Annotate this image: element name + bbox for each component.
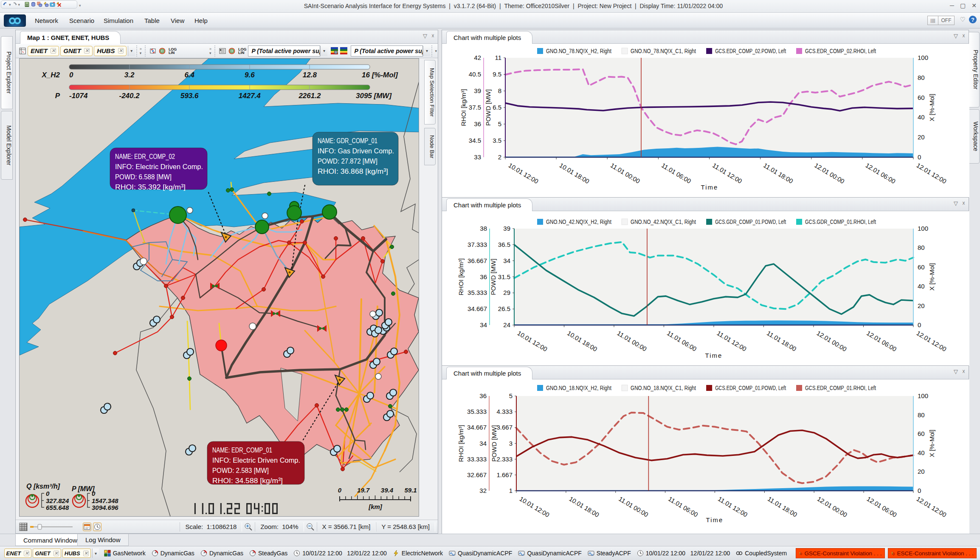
svg-text:10.01 12:00: 10.01 12:00 [516,329,549,353]
svg-text:GCS.EDR_COMP_01.RHOI, Left: GCS.EDR_COMP_01.RHOI, Left [805,384,876,391]
svg-text:35.333: 35.333 [467,289,487,296]
svg-text:2261.2: 2261.2 [298,92,321,100]
svg-text:[km]: [km] [368,503,383,510]
svg-text:26.5: 26.5 [498,305,510,312]
svg-text:3.5: 3.5 [493,137,501,144]
svg-text:1.667: 1.667 [496,471,513,478]
svg-text:34.667: 34.667 [467,424,487,431]
svg-text:NAME: EDR_COMP_01: NAME: EDR_COMP_01 [212,446,272,454]
svg-text:X [%-Mol]: X [%-Mol] [928,263,935,291]
svg-text:59.1: 59.1 [404,486,417,494]
svg-text:3.2: 3.2 [124,71,135,79]
svg-text:11.01 06:00: 11.01 06:00 [666,329,698,353]
svg-text:6.5: 6.5 [493,104,501,111]
svg-text:1427.4: 1427.4 [239,92,261,100]
svg-text:40: 40 [918,113,925,121]
svg-text:INFO: Electric Driven Comp.: INFO: Electric Driven Comp. [115,163,203,171]
svg-text:36: 36 [480,273,487,280]
svg-text:RHOI: 34.588 [kg/m³]: RHOI: 34.588 [kg/m³] [212,477,283,485]
svg-text:16 [%-Mol]: 16 [%-Mol] [362,71,398,79]
svg-text:X [%-Mol]: X [%-Mol] [928,430,935,457]
svg-text:11.01 00:00: 11.01 00:00 [609,161,642,185]
svg-text:INFO: Gas Driven Comp.: INFO: Gas Driven Comp. [318,147,394,155]
svg-text:593.6: 593.6 [180,92,199,100]
svg-text:11.01 18:00: 11.01 18:00 [766,495,799,518]
svg-text:GNO.NO_18.NQ!X_H2, Right: GNO.NO_18.NQ!X_H2, Right [546,384,612,391]
svg-text:9.5: 9.5 [493,71,501,78]
svg-text:3095 [MW]: 3095 [MW] [356,92,392,100]
svg-text:40.5: 40.5 [469,71,481,78]
svg-text:39: 39 [503,225,510,232]
svg-text:NAME: GDR_COMP_01: NAME: GDR_COMP_01 [318,137,377,145]
svg-text:POWD: 2.583 [MW]: POWD: 2.583 [MW] [212,467,269,475]
svg-text:37.5: 37.5 [469,104,481,111]
svg-text:33: 33 [474,153,481,161]
svg-text:39.4: 39.4 [381,486,394,494]
svg-text:Time: Time [706,516,724,523]
svg-text:POWD [MW]: POWD [MW] [490,259,497,295]
svg-text:1547.348: 1547.348 [92,497,118,504]
svg-text:80: 80 [918,411,925,419]
svg-text:INFO: Electric Driven Comp.: INFO: Electric Driven Comp. [212,456,300,464]
svg-text:P: P [55,92,60,100]
svg-text:RHOI [kg/m³]: RHOI [kg/m³] [457,425,465,462]
svg-text:36.667: 36.667 [467,257,487,264]
svg-text:32.667: 32.667 [467,471,487,478]
svg-text:11.01 00:00: 11.01 00:00 [617,495,650,518]
svg-text:34: 34 [480,321,487,328]
svg-text:60: 60 [918,430,925,437]
svg-text:POWD [MW]: POWD [MW] [490,425,498,462]
svg-text:10.01 12:00: 10.01 12:00 [518,495,551,518]
svg-text:12.01 06:00: 12.01 06:00 [866,495,898,518]
svg-text:33.333: 33.333 [467,455,487,463]
svg-text:40: 40 [918,283,925,290]
svg-text:19.7: 19.7 [357,486,370,494]
svg-text:11.01 18:00: 11.01 18:00 [766,329,798,353]
svg-text:20: 20 [918,468,925,475]
svg-text:42: 42 [474,54,481,61]
svg-text:32: 32 [479,487,487,494]
svg-text:60: 60 [918,263,925,271]
svg-text:GCS.EDR_COMP_01.POWD, Left: GCS.EDR_COMP_01.POWD, Left [715,384,786,391]
svg-text:NAME: EDR_COMP_02: NAME: EDR_COMP_02 [115,153,175,161]
svg-text:11.01 12:00: 11.01 12:00 [715,329,748,353]
svg-text:RHOI: 35.392 [kg/m³]: RHOI: 35.392 [kg/m³] [115,183,186,191]
svg-text:655.648: 655.648 [46,504,69,511]
svg-text:GCS.EDR_COMP_02.POWD, Left: GCS.EDR_COMP_02.POWD, Left [715,47,786,54]
svg-text:0: 0 [918,487,921,494]
svg-text:40: 40 [918,449,925,456]
svg-text:34.5: 34.5 [469,137,481,144]
svg-text:11.01 18:00: 11.01 18:00 [762,161,794,185]
svg-text:80: 80 [918,244,925,251]
svg-text:12.01 06:00: 12.01 06:00 [864,161,897,185]
svg-text:8: 8 [498,87,501,94]
svg-text:Time: Time [701,184,718,191]
svg-text:100: 100 [918,54,928,61]
svg-text:GNO.NO_78.NQ!X_H2, Right: GNO.NO_78.NQ!X_H2, Right [546,47,612,54]
svg-text:GCS.EDR_COMP_02.RHOI, Left: GCS.EDR_COMP_02.RHOI, Left [805,47,876,54]
svg-text:12.01 00:00: 12.01 00:00 [813,161,846,185]
svg-text:20: 20 [918,302,925,309]
svg-text:100: 100 [918,392,928,399]
svg-text:5: 5 [509,392,513,399]
svg-text:327.824: 327.824 [46,497,69,504]
svg-text:37.333: 37.333 [467,241,487,248]
svg-text:3.667: 3.667 [496,424,513,431]
svg-text:10.01 18:00: 10.01 18:00 [568,495,600,518]
svg-text:GCS.GDR_COMP_01.POWD, Left: GCS.GDR_COMP_01.POWD, Left [715,218,786,225]
svg-text:X_H2: X_H2 [41,71,60,79]
svg-text:100: 100 [918,225,928,232]
svg-text:Q [ksm³/h]: Q [ksm³/h] [26,483,60,490]
svg-text:-240.2: -240.2 [119,92,140,100]
svg-text:20: 20 [918,133,925,141]
svg-text:12.01 12:00: 12.01 12:00 [915,329,948,353]
svg-text:2.333: 2.333 [496,455,513,463]
svg-text:POWD [MW]: POWD [MW] [484,89,492,126]
svg-text:RHOI: 36.868 [kg/m³]: RHOI: 36.868 [kg/m³] [318,167,388,175]
svg-text:12.8: 12.8 [303,71,317,79]
svg-text:31.5: 31.5 [498,273,510,280]
svg-text:10.01 18:00: 10.01 18:00 [566,329,599,353]
svg-text:11.01 12:00: 11.01 12:00 [717,495,749,518]
svg-text:11.01 06:00: 11.01 06:00 [667,495,699,518]
svg-text:12.01 00:00: 12.01 00:00 [816,495,849,518]
